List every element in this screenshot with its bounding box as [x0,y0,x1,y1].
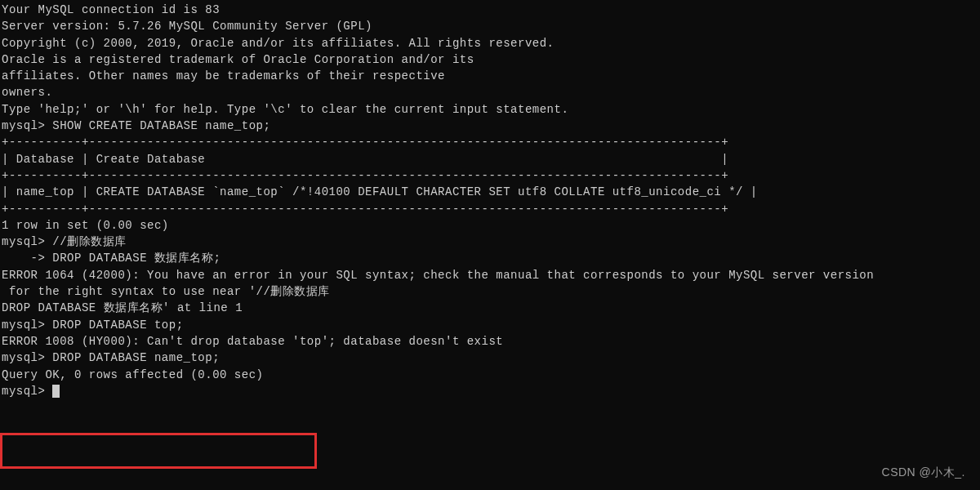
table-header: | Database | Create Database | [2,151,980,167]
terminal-line: affiliates. Other names may be trademark… [2,68,980,84]
terminal-line: Type 'help;' or '\h' for help. Type '\c'… [2,101,980,118]
table-border: +----------+----------------------------… [2,201,980,217]
prompt-line: mysql> DROP DATABASE top; [2,317,980,333]
prompt-line: mysql> //删除数据库 [2,234,980,250]
terminal-line: Oracle is a registered trademark of Orac… [2,51,980,68]
table-row: | name_top | CREATE DATABASE `name_top` … [2,184,980,200]
error-line: for the right syntax to use near '//删除数据… [2,283,980,300]
highlight-box [0,433,317,469]
continuation-line: -> DROP DATABASE 数据库名称; [2,250,980,266]
terminal-line: Your MySQL connection id is 83 [2,2,980,18]
table-border: +----------+----------------------------… [2,134,980,150]
terminal-line: Server version: 5.7.26 MySQL Community S… [2,18,980,34]
error-line: DROP DATABASE 数据库名称' at line 1 [2,300,980,316]
prompt-line[interactable]: mysql> [2,383,980,399]
prompt-line: mysql> SHOW CREATE DATABASE name_top; [2,118,980,134]
table-border: +----------+----------------------------… [2,167,980,184]
result-line: 1 row in set (0.00 sec) [2,217,980,234]
terminal-line: owners. [2,84,980,100]
result-line: Query OK, 0 rows affected (0.00 sec) [2,367,980,383]
terminal-line: Copyright (c) 2000, 2019, Oracle and/or … [2,35,980,51]
cursor-icon [52,385,60,398]
error-line: ERROR 1008 (HY000): Can't drop database … [2,333,980,350]
prompt-line: mysql> DROP DATABASE name_top; [2,350,980,366]
error-line: ERROR 1064 (42000): You have an error in… [2,267,980,283]
watermark-text: CSDN @小木_. [882,464,965,480]
